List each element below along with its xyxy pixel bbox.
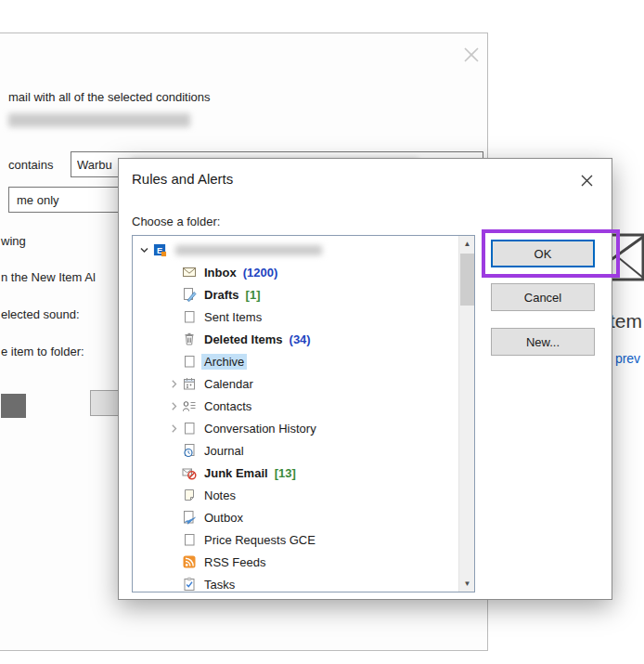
dropdown-value: me only (17, 193, 59, 207)
folder-label: Outbox (201, 510, 246, 526)
folder-label: Inbox (201, 265, 239, 280)
me-only-dropdown[interactable]: me only (8, 187, 122, 213)
expander-spacer (166, 287, 181, 302)
notes-icon (181, 488, 198, 502)
expander-spacer (166, 443, 181, 458)
condition-description: mail with all of the selected conditions (8, 90, 211, 104)
folder-label: Price Requests GCE (201, 532, 318, 548)
folder-label: Notes (201, 488, 238, 503)
button-fragment-dark[interactable] (1, 394, 26, 418)
folder-row-junk-email[interactable]: Junk Email[13] (133, 462, 458, 484)
folder-icon (181, 421, 198, 436)
folder-row-tasks[interactable]: Tasks (133, 573, 458, 592)
folder-row-contacts[interactable]: Contacts (133, 395, 458, 417)
text-fragment-move-item: e item to folder: (1, 345, 84, 358)
folder-row-rss-feeds[interactable]: RSS Feeds (133, 551, 458, 573)
folder-label: RSS Feeds (201, 554, 268, 570)
contacts-icon (181, 398, 198, 413)
close-icon[interactable] (578, 172, 595, 189)
dialog-title: Rules and Alerts (132, 171, 233, 187)
account-name-redacted (175, 245, 322, 255)
text-fragment-selected-sound: elected sound: (1, 307, 80, 321)
rss-icon (181, 554, 198, 569)
text-fragment-new-item-alert: n the New Item Al (1, 270, 96, 284)
scrollbar[interactable]: ▲ ▼ (458, 236, 474, 592)
folder-icon (181, 354, 198, 369)
folder-label: Calendar (201, 376, 256, 392)
expander-spacer (166, 532, 181, 547)
contains-label: contains (8, 158, 53, 172)
folder-row-deleted-items[interactable]: Deleted Items(34) (133, 328, 458, 350)
folder-row-notes[interactable]: Notes (133, 484, 458, 506)
folder-row-conversation-history[interactable]: Conversation History (133, 417, 458, 439)
expander-spacer (166, 465, 181, 480)
expander-spacer (166, 265, 181, 280)
folder-row-account-root[interactable]: E (133, 239, 458, 261)
chevron-right-icon[interactable] (166, 376, 181, 391)
folder-label: Junk Email (201, 465, 271, 481)
text-fragment-wing: wing (1, 234, 26, 248)
folder-row-price-requests-gce[interactable]: Price Requests GCE (133, 528, 458, 551)
expander-spacer (166, 510, 181, 525)
expander-spacer (166, 488, 181, 502)
folder-label: Drafts (201, 287, 242, 303)
folder-row-sent-items[interactable]: Sent Items (133, 306, 458, 328)
folder-row-inbox[interactable]: Inbox(1200) (133, 261, 458, 283)
exchange-account-icon: E (151, 242, 168, 257)
folder-icon (181, 309, 198, 324)
tasks-icon (181, 577, 198, 592)
scrollbar-thumb[interactable] (460, 254, 474, 306)
folder-label: Contacts (201, 398, 254, 414)
folder-row-calendar[interactable]: Calendar (133, 372, 458, 395)
chevron-down-icon[interactable] (136, 242, 151, 257)
folder-label: Sent Items (201, 309, 264, 325)
folder-label: Deleted Items (201, 332, 286, 347)
inbox-icon (181, 265, 198, 280)
folder-row-archive[interactable]: Archive (133, 350, 458, 372)
expander-spacer (166, 332, 181, 346)
button-fragment[interactable] (90, 390, 119, 416)
folder-label: Tasks (201, 577, 238, 592)
expander-spacer (166, 309, 181, 324)
folder-count: (1200) (243, 266, 278, 280)
close-icon[interactable] (460, 44, 483, 66)
new-button[interactable]: New... (491, 328, 595, 356)
chevron-right-icon[interactable] (166, 398, 181, 413)
folder-row-journal[interactable]: Journal (133, 439, 458, 462)
expander-spacer (166, 354, 181, 369)
scroll-down-icon[interactable]: ▼ (459, 576, 475, 592)
ok-button[interactable]: OK (491, 240, 595, 267)
scroll-up-icon[interactable]: ▲ (459, 236, 475, 252)
junk-email-icon (181, 465, 198, 480)
redacted-text-strip (8, 113, 190, 127)
journal-icon (181, 443, 198, 458)
folder-label: Archive (201, 354, 247, 370)
folder-label: Conversation History (201, 421, 319, 436)
folder-count: [13] (275, 466, 296, 480)
folder-tree: EInbox(1200)Drafts[1]Sent ItemsDeleted I… (132, 235, 475, 592)
expander-spacer (166, 554, 181, 569)
folder-row-outbox[interactable]: Outbox (133, 506, 458, 528)
folder-count: (34) (290, 332, 311, 346)
folder-row-drafts[interactable]: Drafts[1] (133, 283, 458, 306)
expander-spacer (166, 577, 181, 592)
drafts-icon (181, 287, 198, 302)
folder-label: Journal (201, 443, 247, 459)
folder-tree-rows: EInbox(1200)Drafts[1]Sent ItemsDeleted I… (133, 239, 458, 592)
deleted-items-icon (181, 332, 198, 346)
folder-icon (181, 532, 198, 547)
chevron-right-icon[interactable] (166, 421, 181, 436)
choose-folder-label: Choose a folder: (132, 215, 220, 228)
folder-count: [1] (246, 288, 261, 302)
cancel-button[interactable]: Cancel (491, 283, 595, 311)
outbox-icon (181, 510, 198, 525)
calendar-icon (181, 376, 198, 391)
text-fragment-item: tem (610, 310, 642, 332)
rules-alerts-dialog: Rules and Alerts Choose a folder: EInbox… (118, 158, 612, 600)
